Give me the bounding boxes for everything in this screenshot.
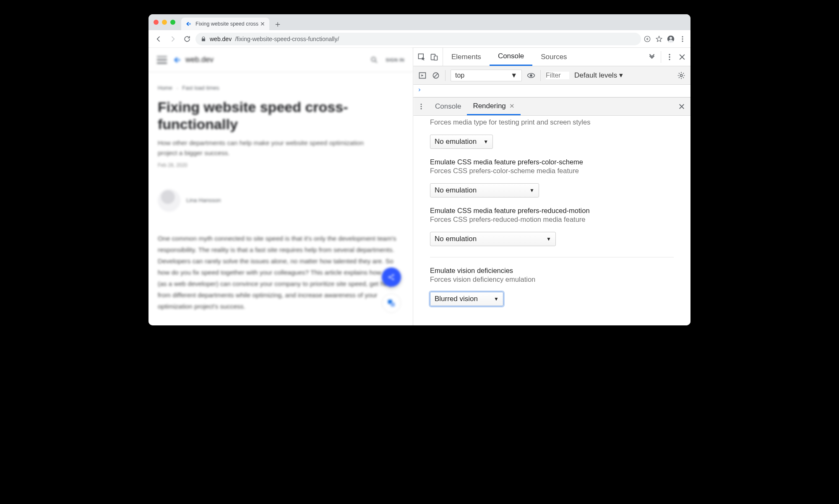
vision-desc: Forces vision deficiency emulation: [430, 275, 674, 283]
content-split: web.dev SIGN IN Home › Fast load times F…: [149, 48, 690, 325]
more-tabs-icon[interactable]: [647, 52, 657, 62]
rendering-panel: Forces media type for testing print and …: [413, 116, 690, 325]
window-minimize-dot[interactable]: [162, 20, 167, 25]
context-select[interactable]: top ▼: [451, 70, 522, 81]
devtools-inspect-toggles: [413, 48, 443, 66]
crumb-home[interactable]: Home: [158, 85, 172, 91]
svg-rect-11: [391, 302, 395, 307]
drawer-kebab-icon[interactable]: [413, 98, 429, 115]
media-type-select[interactable]: No emulation ▼: [430, 135, 493, 149]
star-icon[interactable]: [655, 35, 663, 43]
share-fab[interactable]: [382, 268, 401, 287]
prefers-color-scheme-select[interactable]: No emulation ▼: [430, 183, 539, 197]
tab-elements[interactable]: Elements: [443, 48, 490, 66]
kebab-menu-icon[interactable]: [679, 35, 686, 43]
forward-button[interactable]: [167, 33, 179, 45]
page-title: Fixing website speed cross-functionally: [158, 99, 393, 133]
svg-point-8: [392, 274, 394, 276]
execute-icon[interactable]: [418, 71, 427, 80]
vision-title: Emulate vision deficiencies: [430, 267, 674, 275]
inspect-element-icon[interactable]: [417, 53, 426, 61]
tab-console[interactable]: Console: [490, 48, 532, 66]
page-viewport: web.dev SIGN IN Home › Fast load times F…: [149, 48, 413, 325]
svg-point-6: [371, 57, 375, 61]
svg-point-4: [682, 38, 683, 39]
svg-point-3: [682, 36, 683, 37]
caret-down-icon: ▼: [529, 187, 534, 193]
device-toolbar-icon[interactable]: [430, 53, 438, 61]
reload-button[interactable]: [181, 33, 193, 45]
search-icon[interactable]: [370, 56, 378, 64]
devtools-right: [643, 48, 690, 66]
devtools-close-icon[interactable]: [678, 53, 686, 61]
install-icon[interactable]: [644, 35, 651, 43]
tab-sources[interactable]: Sources: [532, 48, 575, 66]
tab-close-icon[interactable]: ✕: [260, 21, 265, 27]
svg-point-16: [669, 56, 670, 57]
vision-deficiency-select[interactable]: Blurred vision ▼: [430, 292, 503, 306]
site-header: web.dev SIGN IN: [149, 48, 413, 72]
context-value: top: [455, 72, 464, 79]
url-field[interactable]: web.dev/fixing-website-speed-cross-funct…: [195, 33, 641, 45]
live-expression-icon[interactable]: [527, 71, 535, 80]
url-domain: web.dev: [210, 36, 232, 42]
favicon-icon: [185, 21, 192, 27]
window-zoom-dot[interactable]: [170, 20, 175, 25]
drawer-tab-rendering[interactable]: Rendering ✕: [467, 98, 520, 115]
hamburger-icon[interactable]: [157, 56, 167, 64]
tab-title: Fixing website speed cross-fun: [195, 21, 258, 27]
prm-title: Emulate CSS media feature prefers-reduce…: [430, 207, 674, 215]
svg-point-23: [421, 104, 422, 105]
devtools: Elements Console Sources top ▼: [413, 48, 690, 325]
brand-label: web.dev: [185, 55, 214, 64]
media-desc: Forces media type for testing print and …: [430, 118, 674, 126]
caret-down-icon: ▼: [546, 236, 551, 242]
avatar: [158, 189, 180, 212]
caret-down-icon: ▼: [483, 139, 488, 145]
back-button[interactable]: [153, 33, 164, 45]
translate-fab[interactable]: [382, 294, 401, 313]
url-path: /fixing-website-speed-cross-functionally…: [235, 36, 339, 42]
devtools-kebab-icon[interactable]: [665, 53, 674, 61]
toolbar-right: [644, 35, 686, 43]
svg-point-2: [670, 36, 672, 39]
svg-point-21: [530, 74, 532, 77]
chevron-right-icon: ›: [177, 86, 178, 91]
article-body: One common myth connected to site speed …: [158, 233, 397, 312]
prefers-reduced-motion-select[interactable]: No emulation ▼: [430, 232, 556, 246]
prm-desc: Forces CSS prefers-reduced-motion media …: [430, 216, 674, 223]
browser-tab[interactable]: Fixing website speed cross-fun ✕: [181, 18, 269, 30]
profile-icon[interactable]: [667, 35, 675, 43]
browser-window: Fixing website speed cross-fun ✕ ＋ web.d…: [149, 14, 690, 325]
page-subtitle: How other departments can help make your…: [158, 138, 384, 158]
drawer-close-icon[interactable]: [673, 98, 690, 115]
log-levels[interactable]: Default levels ▾: [574, 71, 623, 80]
filter-input[interactable]: [546, 72, 569, 79]
window-close-dot[interactable]: [154, 20, 159, 25]
lock-icon: [201, 36, 206, 42]
new-tab-button[interactable]: ＋: [272, 18, 284, 30]
author-name[interactable]: Lina Hansson: [186, 197, 221, 203]
svg-point-5: [682, 40, 683, 42]
caret-down-icon: ▼: [494, 296, 499, 302]
vision-value: Blurred vision: [435, 295, 478, 303]
console-output[interactable]: ›: [413, 85, 690, 97]
breadcrumb: Home › Fast load times: [158, 85, 404, 91]
clear-console-icon[interactable]: [432, 71, 440, 80]
pcs-desc: Forces CSS prefers-color-scheme media fe…: [430, 167, 674, 175]
pcs-title: Emulate CSS media feature prefers-color-…: [430, 158, 674, 166]
close-icon[interactable]: ✕: [509, 102, 515, 110]
pcs-value: No emulation: [435, 186, 477, 195]
drawer-tab-console[interactable]: Console: [429, 98, 467, 115]
site-brand[interactable]: web.dev: [173, 55, 214, 65]
crumb-section[interactable]: Fast load times: [182, 85, 219, 91]
address-bar: web.dev/fixing-website-speed-cross-funct…: [149, 30, 690, 48]
sign-in-link[interactable]: SIGN IN: [386, 57, 404, 62]
caret-down-icon: ▼: [511, 72, 517, 79]
svg-point-9: [392, 278, 394, 280]
gear-icon[interactable]: [677, 71, 685, 80]
author-block: Lina Hansson: [158, 189, 404, 212]
article: Home › Fast load times Fixing website sp…: [149, 72, 413, 312]
window-controls: [154, 20, 175, 25]
svg-point-15: [669, 54, 670, 55]
